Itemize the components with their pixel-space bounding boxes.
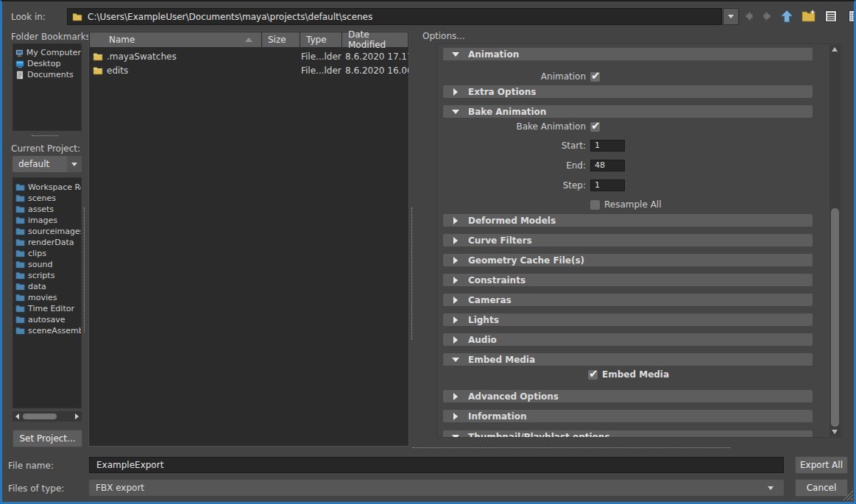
project-folder-item[interactable]: Workspace Root	[13, 182, 81, 193]
resample-all-checkbox[interactable]	[590, 200, 600, 210]
project-folder-item[interactable]: scripts	[13, 270, 81, 281]
file-row[interactable]: .mayaSwatches File...lder 8.6.2020 17.17	[89, 49, 408, 63]
file-type: File...lder	[300, 65, 342, 76]
bookmark-forward-button[interactable]	[759, 7, 777, 25]
embed-media-checkbox[interactable]	[588, 370, 598, 380]
cancel-label: Cancel	[807, 483, 837, 493]
folder-name: images	[28, 216, 57, 225]
column-header-size[interactable]: Size	[262, 32, 300, 47]
folder-icon	[15, 316, 25, 324]
end-label: End:	[437, 160, 586, 171]
section-header-lights[interactable]: Lights	[443, 313, 813, 326]
bookmark-item-desktop[interactable]: Desktop	[13, 58, 81, 69]
set-project-button[interactable]: Set Project...	[13, 430, 82, 447]
end-input[interactable]	[590, 160, 625, 171]
detail-view-button[interactable]	[846, 7, 856, 25]
file-name-input[interactable]	[89, 457, 784, 473]
section-header-thumbnail-playblast[interactable]: Thumbnail/Playblast options	[443, 430, 813, 438]
section-header-constraints[interactable]: Constraints	[443, 274, 813, 286]
project-folder-item[interactable]: Time Editor	[13, 303, 81, 314]
folder-icon	[15, 294, 25, 302]
expanded-triangle-icon	[452, 110, 459, 114]
bake-animation-checkbox-label: Bake Animation	[437, 121, 586, 132]
folder-icon	[93, 52, 103, 61]
folder-name: movies	[28, 293, 57, 302]
step-label: Step:	[437, 180, 586, 191]
export-all-button[interactable]: Export All	[795, 456, 848, 474]
section-header-geometry-cache[interactable]: Geometry Cache File(s)	[443, 254, 813, 266]
section-header-bake-animation[interactable]: Bake Animation	[443, 105, 813, 118]
splitter-options-footer[interactable]	[412, 447, 730, 448]
project-folder-item[interactable]: assets	[13, 204, 81, 215]
resize-grip[interactable]	[841, 490, 854, 501]
export-all-label: Export All	[800, 460, 843, 470]
scroll-down-icon[interactable]	[832, 430, 838, 434]
splitter-sidebar-filelist[interactable]	[84, 207, 85, 333]
project-folder-item[interactable]: clips	[13, 248, 81, 259]
up-arrow-icon	[779, 9, 794, 24]
scroll-up-icon[interactable]	[832, 47, 838, 52]
new-folder-icon	[802, 10, 816, 23]
section-header-advanced-options[interactable]: Advanced Options	[443, 390, 813, 402]
column-header-type[interactable]: Type	[300, 32, 342, 47]
scroll-left-icon[interactable]	[15, 414, 19, 419]
splitter-filelist-options[interactable]	[411, 207, 412, 340]
expanded-triangle-icon	[452, 52, 459, 57]
options-vertical-scrollbar[interactable]	[830, 45, 841, 436]
start-input[interactable]	[590, 140, 625, 152]
folder-icon	[15, 305, 25, 313]
path-input[interactable]: C:\Users\ExampleUser\Documents\maya\proj…	[67, 8, 722, 25]
column-header-name[interactable]: Name	[90, 32, 261, 47]
section-header-embed-media[interactable]: Embed Media	[443, 353, 813, 366]
files-of-type-select[interactable]: FBX export	[89, 480, 784, 496]
project-folder-item[interactable]: sound	[13, 259, 81, 270]
scroll-right-icon[interactable]	[75, 414, 79, 419]
column-header-date-modified[interactable]: Date Modified	[342, 32, 408, 47]
scrollbar-thumb[interactable]	[831, 208, 839, 427]
go-up-folder-button[interactable]	[778, 7, 796, 25]
project-folder-item[interactable]: data	[13, 281, 81, 292]
project-folder-item[interactable]: scenes	[13, 193, 81, 204]
bake-animation-checkbox-row: Bake Animation	[437, 118, 841, 135]
collapsed-triangle-icon	[453, 316, 458, 324]
embed-media-checkbox-row: Embed Media	[437, 366, 841, 383]
path-dropdown-button[interactable]	[723, 8, 739, 25]
bookmark-back-button[interactable]	[740, 7, 757, 25]
collapsed-triangle-icon	[453, 217, 458, 224]
bookmark-item-documents[interactable]: Documents	[13, 69, 81, 80]
section-header-information[interactable]: Information	[443, 410, 813, 422]
project-folder-item[interactable]: movies	[13, 292, 81, 303]
new-folder-button[interactable]	[800, 7, 818, 25]
cancel-button[interactable]: Cancel	[795, 479, 848, 497]
file-type: File...lder	[300, 52, 342, 62]
bookmark-item-my-computer[interactable]: My Computer	[13, 47, 81, 58]
file-list-header: Name Size Type Date Modified	[90, 32, 408, 47]
animation-checkbox[interactable]	[590, 72, 600, 82]
project-folder-item[interactable]: sceneAssembly	[13, 325, 81, 336]
folder-icon	[15, 205, 25, 213]
section-header-audio[interactable]: Audio	[443, 333, 813, 346]
section-header-deformed-models[interactable]: Deformed Models	[443, 214, 813, 227]
sidebar-horizontal-scrollbar[interactable]	[13, 411, 82, 422]
project-folder-item[interactable]: autosave	[13, 314, 81, 325]
bake-animation-checkbox[interactable]	[590, 122, 600, 132]
project-folder-item[interactable]: images	[13, 215, 81, 226]
file-row[interactable]: edits File...lder 8.6.2020 16.06	[89, 63, 408, 77]
start-label: Start:	[437, 141, 586, 151]
current-project-select[interactable]: default	[13, 156, 82, 172]
folder-name: assets	[28, 205, 54, 214]
project-folder-item[interactable]: renderData	[13, 237, 81, 248]
section-header-animation[interactable]: Animation	[443, 48, 813, 60]
scrollbar-thumb[interactable]	[23, 414, 57, 419]
section-header-extra-options[interactable]: Extra Options	[443, 85, 813, 98]
folder-name: clips	[28, 249, 46, 258]
look-in-label: Look in:	[11, 12, 46, 22]
list-view-button[interactable]	[822, 7, 840, 25]
project-folder-item[interactable]: sourceimages	[13, 226, 81, 237]
section-header-cameras[interactable]: Cameras	[443, 294, 813, 306]
animation-checkbox-label: Animation	[437, 71, 586, 82]
section-header-curve-filters[interactable]: Curve Filters	[443, 234, 813, 246]
step-input[interactable]	[590, 180, 625, 191]
sidebar-splitter-handle[interactable]	[32, 135, 58, 136]
bookmark-forward-icon	[761, 10, 774, 23]
